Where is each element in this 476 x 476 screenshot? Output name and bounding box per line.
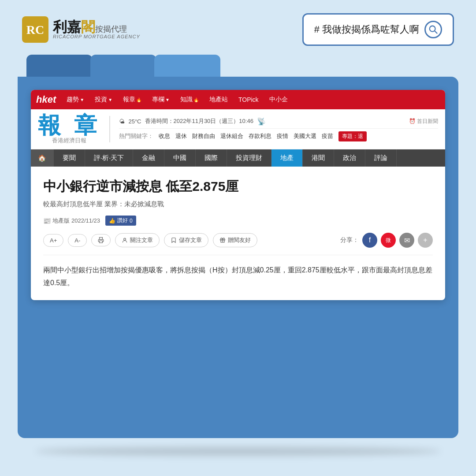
nav-item-knowledge[interactable]: 知識 🔥: [176, 94, 203, 105]
hot-label: 熱門關鍵字：: [119, 132, 153, 140]
keyword-5[interactable]: 存款利息: [249, 132, 271, 140]
keyword-2[interactable]: 退休: [175, 132, 187, 140]
cat-nav: 🏠 要聞 評·析·天下 金融 中國 國際 投資理財 地產 港聞 政治 評論: [31, 149, 445, 167]
article-area: 中小銀行逆市減按息 低至2.875厘 較最高封頂息低半厘 業界：未必掀減息戰 📰…: [31, 167, 445, 300]
folder-tabs: [0, 55, 476, 77]
keyword-1[interactable]: 收息: [159, 132, 170, 140]
nav-item-invest[interactable]: 投資 ▼: [90, 94, 117, 105]
svg-rect-5: [100, 241, 103, 243]
divider: [109, 116, 110, 142]
logo-area: RC 利嘉閣按揭代理 RICACORP MORTGAGE AGENCY: [22, 16, 140, 43]
cat-nav-hk[interactable]: 港聞: [303, 149, 334, 167]
article-subtitle: 較最高封頂息低半厘 業界：未必掀減息戰: [43, 200, 433, 208]
keyword-8[interactable]: 疫苗: [322, 132, 333, 140]
time-label: 香港時間：2022年11月30日（週三）10:46: [145, 117, 253, 125]
news-card: hket 趨勢 ▼ 投資 ▼ 報章 🔥 專欄 ▼ 知識 🔥 地產站 TOPick…: [31, 90, 445, 300]
weibo-share-btn[interactable]: 微: [381, 233, 396, 248]
nav-item-column[interactable]: 專欄 ▼: [148, 94, 174, 105]
more-share-btn[interactable]: +: [418, 233, 433, 248]
temperature: 25°C: [128, 118, 141, 125]
newspaper-icon: 📰: [43, 217, 51, 224]
like-count: 0: [130, 218, 133, 224]
cat-nav-china[interactable]: 中國: [164, 149, 196, 167]
section-tag: 📰 地產版 2022/11/23: [43, 217, 100, 225]
share-area: 分享： f 微 ✉ +: [340, 233, 433, 248]
morning-news: ⏰ 首日新聞: [409, 118, 438, 125]
hot-keywords: 熱門關鍵字： 收息 退休 財務自由 退休組合 存款利息 疫情 美國大選 疫苗 專…: [119, 131, 438, 141]
svg-text:RC: RC: [26, 23, 44, 37]
article-body: 兩間中小型銀行出招增加按揭優惠吸客，將拆息按揭（H按）封頂息減0.25厘，重回2…: [43, 264, 433, 290]
hket-nav: hket 趨勢 ▼ 投資 ▼ 報章 🔥 專欄 ▼ 知識 🔥 地產站 TOPick…: [31, 90, 445, 109]
nav-item-trend[interactable]: 趨勢 ▼: [62, 94, 89, 105]
cat-nav-property[interactable]: 地產: [271, 149, 303, 167]
paper-title: 報 章: [38, 114, 100, 137]
hket-logo: hket: [36, 94, 56, 105]
hashtag-text: # 我做按揭係爲咗幫人啊: [314, 23, 419, 36]
font-decrease-btn[interactable]: A-: [68, 234, 87, 247]
folder-tab-1[interactable]: [26, 55, 93, 77]
keyword-7[interactable]: 美國大選: [294, 132, 316, 140]
hashtag-box: # 我做按揭係爲咗幫人啊: [302, 13, 454, 46]
folder-container: hket 趨勢 ▼ 投資 ▼ 報章 🔥 專欄 ▼ 知識 🔥 地產站 TOPick…: [18, 77, 458, 438]
nav-item-sme[interactable]: 中小企: [265, 94, 292, 105]
keyword-3[interactable]: 財務自由: [192, 132, 215, 140]
cat-nav-intl[interactable]: 國際: [196, 149, 227, 167]
nav-item-topick[interactable]: TOPick: [234, 94, 263, 105]
email-share-btn[interactable]: ✉: [399, 233, 414, 248]
like-label: 讚好: [117, 217, 128, 224]
rss-icon[interactable]: 📡: [257, 117, 266, 126]
print-btn[interactable]: [91, 234, 111, 246]
article-paragraph: 兩間中小型銀行出招增加按揭優惠吸客，將拆息按揭（H按）封頂息減0.25厘，重回2…: [43, 264, 433, 290]
cat-nav-invest[interactable]: 投資理財: [227, 149, 271, 167]
sub-header: 報 章 香港經濟日報 🌤 25°C 香港時間：2022年11月30日（週三）10…: [31, 109, 445, 149]
sub-header-right: 🌤 25°C 香港時間：2022年11月30日（週三）10:46 📡 ⏰ 首日新…: [119, 117, 438, 141]
weather-time: 🌤 25°C 香港時間：2022年11月30日（週三）10:46 📡 ⏰ 首日新…: [119, 117, 438, 129]
weather-icon: 🌤: [119, 118, 125, 125]
special-btn[interactable]: 專題：退: [338, 131, 367, 141]
like-button[interactable]: 👍 讚好 0: [105, 216, 136, 226]
article-date: 2022/11/23: [71, 217, 100, 224]
tool-bar: A+ A- 關注文章 儲存文章 贈閱友好 分享：: [43, 233, 433, 255]
svg-line-3: [435, 31, 437, 33]
bottom-shadow: [35, 447, 441, 456]
cat-nav-finance[interactable]: 金融: [133, 149, 164, 167]
page-header: RC 利嘉閣按揭代理 RICACORP MORTGAGE AGENCY # 我做…: [0, 0, 476, 55]
share-label: 分享：: [340, 236, 359, 244]
logo-icon: RC: [22, 16, 48, 43]
paper-title-area: 報 章 香港經濟日報: [38, 114, 100, 145]
cat-nav-analysis[interactable]: 評·析·天下: [85, 149, 133, 167]
facebook-share-btn[interactable]: f: [362, 233, 377, 248]
follow-btn[interactable]: 關注文章: [115, 233, 160, 247]
font-increase-btn[interactable]: A+: [43, 234, 63, 247]
keyword-4[interactable]: 退休組合: [220, 132, 243, 140]
logo-english: RICACORP MORTGAGE AGENCY: [53, 34, 140, 39]
logo-chinese: 利嘉閣按揭代理: [53, 20, 140, 34]
article-title: 中小銀行逆市減按息 低至2.875厘: [43, 177, 433, 196]
nav-item-news[interactable]: 報章 🔥: [119, 94, 146, 105]
logo-text: 利嘉閣按揭代理 RICACORP MORTGAGE AGENCY: [53, 20, 140, 39]
nav-item-property[interactable]: 地產站: [205, 94, 232, 105]
save-btn[interactable]: 儲存文章: [164, 233, 208, 247]
folder-tab-2[interactable]: [90, 55, 156, 77]
cat-nav-politics[interactable]: 政治: [334, 149, 365, 167]
svg-rect-4: [100, 238, 103, 240]
article-meta: 📰 地產版 2022/11/23 👍 讚好 0: [43, 216, 433, 226]
cat-nav-home[interactable]: 🏠: [31, 149, 54, 167]
svg-point-6: [124, 238, 126, 240]
search-icon[interactable]: [424, 21, 442, 38]
svg-point-2: [430, 26, 435, 32]
gift-btn[interactable]: 贈閱友好: [213, 233, 257, 247]
cat-nav-comment[interactable]: 評論: [365, 149, 397, 167]
like-icon: 👍: [109, 218, 115, 224]
cat-nav-headlines[interactable]: 要聞: [54, 149, 85, 167]
folder-tab-3[interactable]: [154, 55, 220, 77]
keyword-6[interactable]: 疫情: [277, 132, 288, 140]
section-label: 地產版: [52, 217, 70, 225]
